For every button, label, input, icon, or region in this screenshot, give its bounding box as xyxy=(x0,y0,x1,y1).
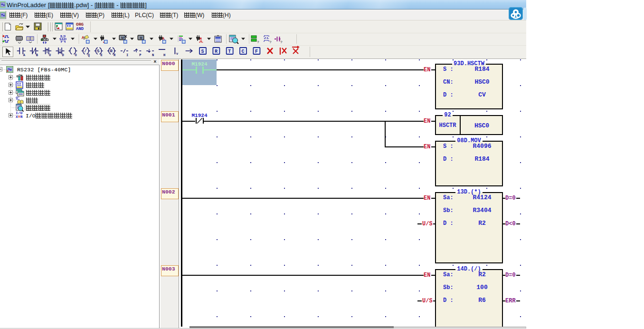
svg-text:/: / xyxy=(84,49,86,54)
svg-text:?: ? xyxy=(269,40,272,44)
svg-text:A: A xyxy=(23,53,26,57)
svg-text:F: F xyxy=(255,49,258,54)
svg-text:H: H xyxy=(163,53,165,57)
svg-text:P: P xyxy=(139,53,141,57)
svg-text:M: M xyxy=(140,36,142,39)
svg-text:?: ? xyxy=(280,40,283,44)
svg-text:S: S xyxy=(201,49,204,54)
svg-text:Q: Q xyxy=(88,53,90,57)
svg-text:?: ? xyxy=(257,40,259,44)
svg-text:D: D xyxy=(62,53,64,57)
svg-text:M: M xyxy=(199,37,202,41)
svg-text:O: O xyxy=(75,53,76,57)
svg-text:E: E xyxy=(101,53,103,57)
svg-text:C: C xyxy=(242,49,245,54)
svg-text:B: B xyxy=(36,53,38,57)
svg-text:v: v xyxy=(176,52,179,56)
svg-text:N: N xyxy=(152,53,154,57)
svg-text:R: R xyxy=(110,49,113,54)
svg-text:R: R xyxy=(114,53,116,57)
svg-text:S: S xyxy=(97,49,100,54)
svg-text:M: M xyxy=(121,36,124,39)
svg-text:T: T xyxy=(228,49,231,54)
svg-text:U: U xyxy=(49,53,51,57)
svg-text:I: I xyxy=(126,53,128,57)
svg-text:R: R xyxy=(215,49,218,54)
